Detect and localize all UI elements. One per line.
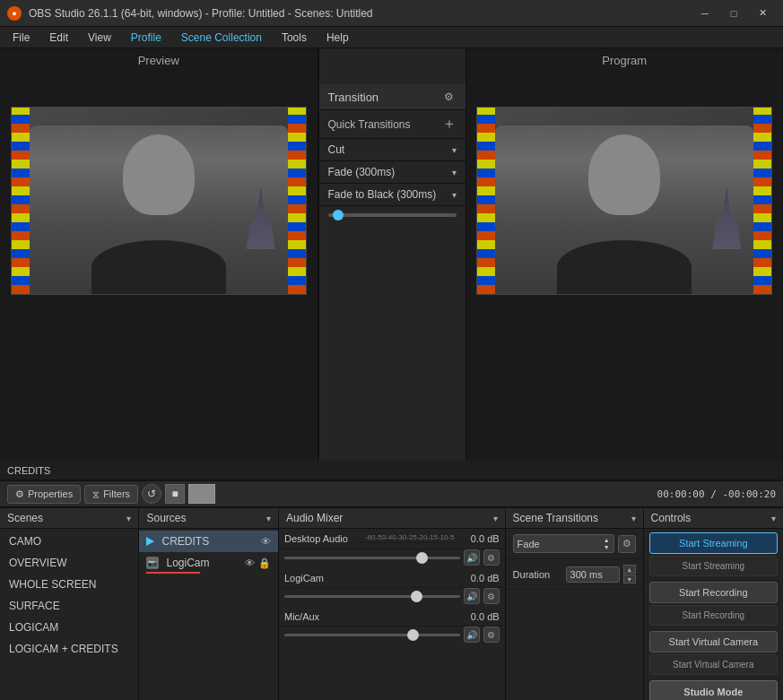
transition-slider-thumb [333,210,344,220]
program-panel: Program [466,48,784,461]
source-credits-eye-icon[interactable]: 👁 [261,536,271,547]
transition-type-row: Fade ▲ ▼ ⚙ [506,529,643,559]
fade-chevron-icon: ▾ [452,168,457,177]
menu-tools[interactable]: Tools [273,30,316,46]
duration-down-arrow[interactable]: ▼ [623,575,636,583]
logicam-volume-slider[interactable] [284,595,460,598]
source-item-logicam[interactable]: 📷 LogiCam 👁 🔒 [139,552,277,574]
audio-channel-desktop: Desktop Audio -60-50-40-30-25-20-15-10-5… [279,529,505,549]
transition-title: Transition [328,91,379,104]
cut-chevron-icon: ▾ [452,145,457,155]
quick-transitions-add-icon[interactable]: ＋ [442,115,457,134]
source-logicam-eye-icon[interactable]: 👁 [245,557,255,568]
fade-black-dropdown[interactable]: Fade to Black (300ms) ▾ [319,184,465,206]
controls-collapse-icon[interactable]: ▾ [771,514,776,523]
duration-input[interactable]: 300 ms [566,566,620,583]
desktop-volume-slider[interactable] [284,557,460,559]
transition-slider[interactable] [328,213,457,217]
sources-label: Sources [146,512,186,524]
scene-item-whole-screen[interactable]: WHOLE SCREEN [0,574,138,595]
desktop-volume-thumb [416,552,428,564]
scene-item-camo[interactable]: CAMO [0,531,138,552]
sources-collapse-icon[interactable]: ▾ [266,514,271,523]
audio-mixer-collapse-icon[interactable]: ▾ [493,514,498,523]
filters-button[interactable]: ⧖ Filters [84,485,138,504]
properties-gear-icon: ⚙ [15,488,24,500]
scenes-list: CAMO OVERVIEW WHOLE SCREEN SURFACE LOGIC… [0,529,138,700]
micaux-audio-label: Mic/Aux [284,611,356,622]
scene-transitions-panel: Scene Transitions ▾ Fade ▲ ▼ ⚙ Duration … [506,508,644,700]
micaux-volume-slider[interactable] [284,634,460,636]
micaux-audio-db: 0.0 dB [464,611,500,622]
title-bar-left: ● OBS Studio 26.1.1 (64-bit, windows) - … [7,6,373,21]
source-credits-label: CREDITS [161,535,209,548]
sources-list: CREDITS 👁 📷 LogiCam 👁 🔒 [139,529,277,700]
micaux-meter-wrap [360,617,460,618]
scenes-collapse-icon[interactable]: ▾ [126,514,131,523]
menu-profile[interactable]: Profile [122,30,170,46]
start-virtual-camera-button[interactable]: Start Virtual Camera [649,631,778,652]
cut-label: Cut [328,143,345,156]
menu-scene-collection[interactable]: Scene Collection [172,30,271,46]
fade-dropdown[interactable]: Fade (300ms) ▾ [319,161,465,184]
menu-help[interactable]: Help [318,30,358,46]
start-streaming-button[interactable]: Start Streaming [649,532,778,554]
fade-black-label: Fade to Black (300ms) [328,188,437,201]
logicam-audio-label: LogiCam [284,573,356,583]
close-button[interactable]: ✕ [749,4,776,22]
logicam-audio-gear-icon[interactable]: ⚙ [483,588,500,604]
menu-edit[interactable]: Edit [40,30,77,46]
start-recording-button[interactable]: Start Recording [649,582,778,603]
scenes-panel-header: Scenes ▾ [0,508,138,529]
scene-transitions-collapse-icon[interactable]: ▾ [631,514,636,523]
audio-channel-micaux: Mic/Aux 0.0 dB [279,608,505,627]
desktop-audio-gear-icon[interactable]: ⚙ [483,549,500,566]
stop-button[interactable]: ■ [165,484,185,504]
micaux-mute-icon[interactable]: 🔊 [464,627,480,643]
scene-item-surface[interactable]: SURFACE [0,595,138,617]
logicam-audio-db: 0.0 dB [464,573,500,583]
scene-item-overview[interactable]: OVERVIEW [0,552,138,574]
properties-label: Properties [28,488,73,499]
scene-item-logicam[interactable]: LOGICAM [0,617,138,638]
studio-mode-button[interactable]: Studio Mode [649,680,778,700]
controls-panel: Controls ▾ Start Streaming Start Streami… [644,508,783,700]
duration-up-arrow[interactable]: ▲ [623,565,636,574]
transition-type-select[interactable]: Fade ▲ ▼ [513,534,614,553]
transition-panel: Transition ⚙ Quick Transitions ＋ Cut ▾ F… [318,48,466,461]
maximize-button[interactable]: □ [720,4,747,22]
desktop-mute-icon[interactable]: 🔊 [464,549,480,566]
logicam-audio-controls: 🔊 ⚙ [279,588,505,608]
cut-dropdown[interactable]: Cut ▾ [319,139,465,161]
start-virtual-camera-shadow: Start Virtual Camera [649,654,778,675]
title-bar: ● OBS Studio 26.1.1 (64-bit, windows) - … [0,0,783,27]
transition-type-spinbox-arrows: ▲ ▼ [604,537,610,550]
program-video-content [477,108,771,294]
record-button[interactable] [188,484,215,504]
audio-mixer-panel: Audio Mixer ▾ Desktop Audio -60-50-40-30… [279,508,506,700]
preview-label: Preview [0,48,318,71]
minimize-button[interactable]: ─ [692,4,718,22]
duration-label: Duration [513,569,562,580]
transition-gear-icon[interactable]: ⚙ [442,90,457,104]
window-controls[interactable]: ─ □ ✕ [692,4,776,22]
properties-button[interactable]: ⚙ Properties [7,485,81,504]
source-logicam-label: LogiCam [166,557,209,569]
refresh-button[interactable]: ↺ [142,484,161,504]
filters-icon: ⧖ [92,488,100,500]
micaux-audio-gear-icon[interactable]: ⚙ [483,627,500,643]
transition-gear-settings-icon[interactable]: ⚙ [618,535,636,553]
micaux-volume-thumb [407,629,419,641]
source-logicam-lock-icon[interactable]: 🔒 [258,557,271,569]
menu-file[interactable]: File [4,30,39,46]
source-item-credits[interactable]: CREDITS 👁 [139,531,277,552]
app-icon: ● [7,6,22,21]
controls-label: Controls [651,512,692,524]
scene-item-logicam-credits[interactable]: LOGICAM + CREDITS [0,638,138,660]
menu-view[interactable]: View [79,30,120,46]
logicam-mute-icon[interactable]: 🔊 [464,588,480,604]
program-label: Program [466,48,784,71]
logicam-meter-wrap [360,578,460,579]
bottom-panel: Scenes ▾ CAMO OVERVIEW WHOLE SCREEN SURF… [0,507,783,700]
scenes-panel: Scenes ▾ CAMO OVERVIEW WHOLE SCREEN SURF… [0,508,139,700]
